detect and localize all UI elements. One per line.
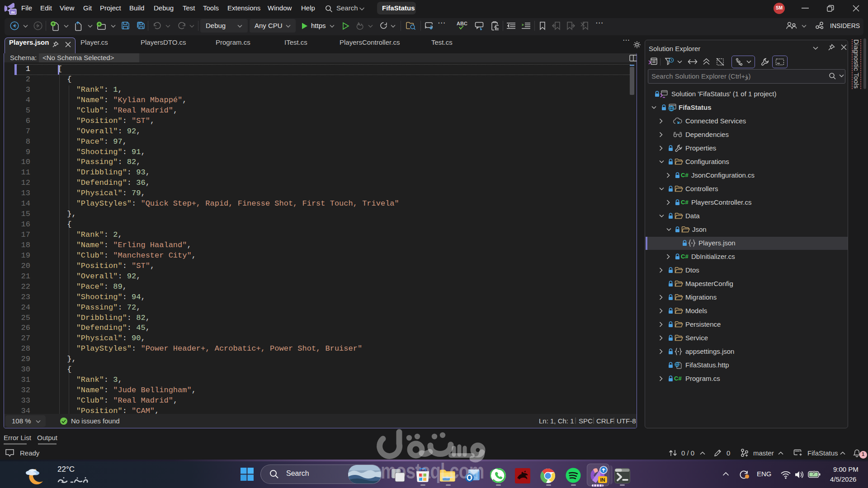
svg-text:IN: IN [600, 477, 605, 483]
svg-text:IN: IN [11, 10, 15, 14]
svg-text:ABC: ABC [457, 21, 467, 26]
